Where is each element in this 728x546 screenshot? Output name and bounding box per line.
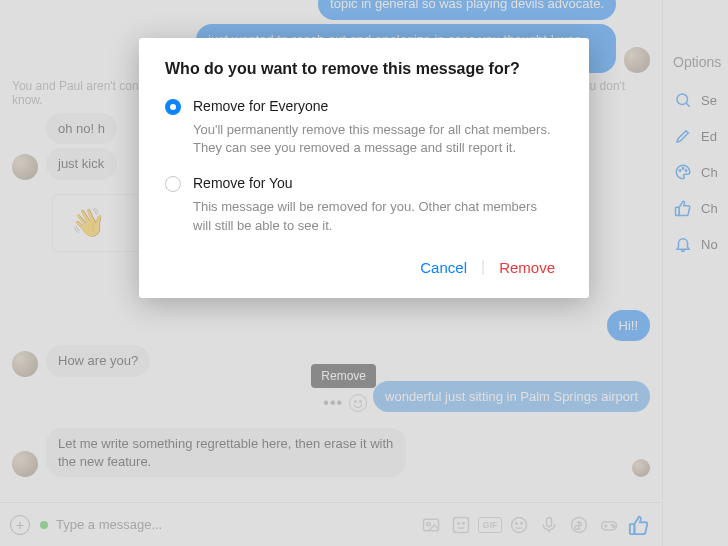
modal-option-description: You'll permanently remove this message f… — [193, 121, 553, 157]
modal-option-description: This message will be removed for you. Ot… — [193, 198, 553, 234]
remove-message-modal: Who do you want to remove this message f… — [139, 38, 589, 298]
radio-selected-icon[interactable] — [165, 99, 181, 115]
modal-title: Who do you want to remove this message f… — [165, 60, 563, 78]
cancel-button[interactable]: Cancel — [412, 253, 475, 282]
modal-option-everyone[interactable]: Remove for Everyone — [165, 98, 563, 115]
radio-unselected-icon[interactable] — [165, 176, 181, 192]
modal-option-label: Remove for Everyone — [193, 98, 328, 114]
modal-option-label: Remove for You — [193, 175, 293, 191]
modal-overlay[interactable]: Who do you want to remove this message f… — [0, 0, 728, 546]
remove-button[interactable]: Remove — [491, 253, 563, 282]
modal-option-you[interactable]: Remove for You — [165, 175, 563, 192]
action-separator: | — [475, 258, 491, 276]
modal-actions: Cancel | Remove — [165, 253, 563, 282]
